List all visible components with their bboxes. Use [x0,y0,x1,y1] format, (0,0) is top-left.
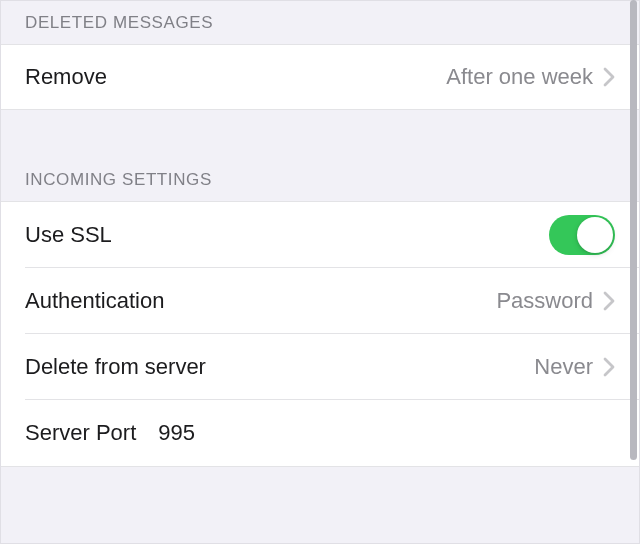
remove-label: Remove [25,64,107,90]
delete-from-server-row[interactable]: Delete from server Never [1,334,639,400]
deleted-messages-header: DELETED MESSAGES [1,1,639,44]
incoming-settings-group: Use SSL Authentication Password Delete f… [1,201,639,467]
remove-right: After one week [446,64,615,90]
remove-row[interactable]: Remove After one week [1,44,639,110]
delete-from-server-right: Never [534,354,615,380]
remove-value: After one week [446,64,593,90]
delete-from-server-value: Never [534,354,593,380]
authentication-right: Password [496,288,615,314]
delete-from-server-label: Delete from server [25,354,206,380]
use-ssl-toggle[interactable] [549,215,615,255]
authentication-label: Authentication [25,288,164,314]
authentication-value: Password [496,288,593,314]
incoming-settings-header: INCOMING SETTINGS [1,110,639,201]
use-ssl-row: Use SSL [1,202,639,268]
server-port-value: 995 [158,420,195,446]
chevron-right-icon [603,357,615,377]
settings-container: DELETED MESSAGES Remove After one week I… [0,0,640,544]
scrollbar-thumb[interactable] [630,0,637,460]
chevron-right-icon [603,67,615,87]
server-port-row[interactable]: Server Port 995 [1,400,639,466]
chevron-right-icon [603,291,615,311]
authentication-row[interactable]: Authentication Password [1,268,639,334]
toggle-knob [577,217,613,253]
use-ssl-label: Use SSL [25,222,112,248]
server-port-label: Server Port [25,420,136,446]
